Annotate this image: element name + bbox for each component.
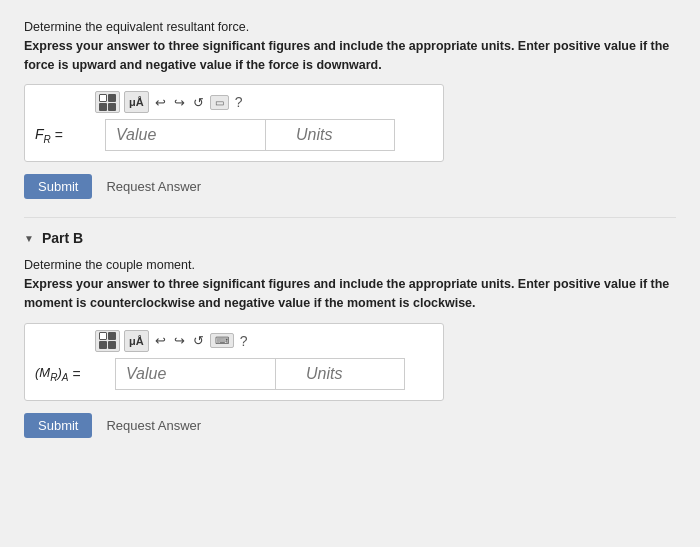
part-a-request-answer-link[interactable]: Request Answer (106, 179, 201, 194)
section-divider (24, 217, 676, 218)
part-a-bold-instruction: Express your answer to three significant… (24, 39, 669, 72)
part-b-units-input[interactable] (275, 358, 405, 390)
part-b-help-icon[interactable]: ? (238, 333, 250, 349)
part-b-equals: = (72, 366, 80, 382)
part-b-grid-icon (99, 332, 116, 349)
keyboard-icon-label: ▭ (215, 97, 224, 108)
mua-button[interactable]: μÅ (124, 91, 149, 113)
part-b-toolbar: μÅ ↩ ↪ ↺ ⌨ ? (35, 330, 433, 352)
part-b-grid-icon-button[interactable] (95, 330, 120, 352)
part-b-submit-label: Submit (38, 418, 78, 433)
part-b-undo-icon[interactable]: ↩ (153, 331, 168, 350)
part-b-answer-box: μÅ ↩ ↪ ↺ ⌨ ? (MR)A = (24, 323, 444, 401)
part-b-label: Part B (42, 230, 83, 246)
part-a-submit-row: Submit Request Answer (24, 174, 676, 199)
part-b-header: ▼ Part B (24, 230, 676, 246)
part-b-keyboard-icon[interactable]: ⌨ (210, 333, 234, 348)
grid-icon-button[interactable] (95, 91, 120, 113)
part-b-submit-button[interactable]: Submit (24, 413, 92, 438)
part-a-units-input[interactable] (265, 119, 395, 151)
mr-sub-a: A (62, 371, 69, 382)
part-b-bold-instruction: Express your answer to three significant… (24, 277, 669, 310)
fr-label-text: FR (35, 126, 51, 145)
part-a-section: Determine the equivalent resultant force… (24, 18, 676, 199)
part-b-value-input[interactable] (115, 358, 275, 390)
part-a-submit-button[interactable]: Submit (24, 174, 92, 199)
grid-icon (99, 94, 116, 111)
part-b-request-answer-text: Request Answer (106, 418, 201, 433)
part-a-request-answer-text: Request Answer (106, 179, 201, 194)
part-b-input-row: (MR)A = (35, 358, 433, 390)
part-a-toolbar: μÅ ↩ ↪ ↺ ▭ ? (35, 91, 433, 113)
part-b-label-cell: (MR)A = (35, 358, 115, 390)
part-b-instruction-text: Determine the couple moment. (24, 258, 195, 272)
part-b-mua-button[interactable]: μÅ (124, 330, 149, 352)
fr-sub: R (44, 134, 51, 145)
part-a-value-input[interactable] (105, 119, 265, 151)
undo-icon[interactable]: ↩ (153, 93, 168, 112)
part-b-redo-icon[interactable]: ↪ (172, 331, 187, 350)
part-b-section: Determine the couple moment. Express you… (24, 256, 676, 437)
mr-sub-r: R (50, 371, 57, 382)
part-a-label: FR = (35, 119, 105, 151)
redo-icon[interactable]: ↪ (172, 93, 187, 112)
part-b-instruction: Determine the couple moment. Express you… (24, 256, 676, 312)
part-a-submit-label: Submit (38, 179, 78, 194)
part-a-answer-box: μÅ ↩ ↪ ↺ ▭ ? FR = (24, 84, 444, 162)
reload-icon[interactable]: ↺ (191, 93, 206, 112)
mr-label-text: (MR)A (35, 365, 68, 383)
part-b-keyboard-icon-label: ⌨ (215, 335, 229, 346)
collapse-triangle-icon[interactable]: ▼ (24, 233, 34, 244)
part-a-instruction-text: Determine the equivalent resultant force… (24, 20, 249, 34)
mua-label: μÅ (129, 96, 144, 108)
part-a-instruction: Determine the equivalent resultant force… (24, 18, 676, 74)
part-b-request-answer-link[interactable]: Request Answer (106, 418, 201, 433)
keyboard-icon[interactable]: ▭ (210, 95, 229, 110)
help-icon[interactable]: ? (233, 94, 245, 110)
part-a-equals: = (55, 127, 63, 143)
part-b-submit-row: Submit Request Answer (24, 413, 676, 438)
part-b-reload-icon[interactable]: ↺ (191, 331, 206, 350)
part-b-mua-label: μÅ (129, 335, 144, 347)
part-a-input-row: FR = (35, 119, 433, 151)
